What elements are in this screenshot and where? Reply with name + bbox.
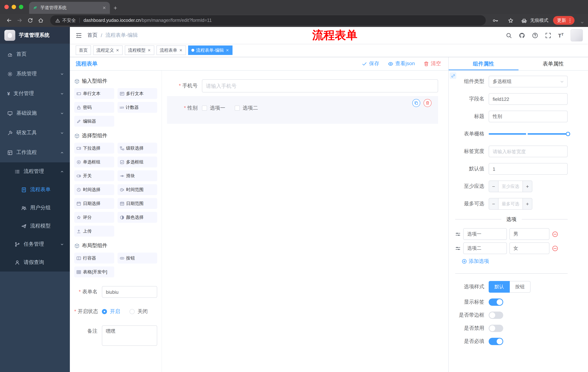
palette-chip[interactable]: 表格[开发中] [74, 266, 114, 277]
increase-button[interactable]: + [523, 181, 532, 192]
max-select-input[interactable] [498, 198, 523, 209]
palette-chip[interactable]: 时间范围 [117, 184, 157, 195]
component-type-select[interactable]: 多选框组 [489, 76, 568, 87]
option-label-input[interactable] [463, 242, 507, 254]
close-window-button[interactable] [4, 5, 9, 9]
palette-chip[interactable]: 密码 [74, 102, 114, 113]
palette-chip[interactable]: 多选框组 [117, 157, 157, 167]
delete-item-button[interactable] [423, 99, 431, 107]
browser-update-button[interactable]: 更新 [553, 16, 575, 25]
chevron-down-icon[interactable] [580, 20, 584, 25]
remove-option-button[interactable] [552, 245, 558, 251]
label-width-input[interactable] [489, 146, 568, 157]
decrease-button[interactable]: − [489, 181, 498, 192]
user-avatar[interactable] [570, 29, 583, 42]
status-off-radio[interactable]: 关闭 [129, 308, 148, 315]
palette-chip[interactable]: 级联选择 [117, 143, 157, 154]
reload-button[interactable] [25, 15, 35, 26]
palette-chip[interactable]: 单行文本 [74, 88, 114, 99]
close-icon[interactable] [116, 48, 119, 52]
option-value-input[interactable] [509, 242, 549, 254]
option-style-button-button[interactable]: 按钮 [510, 281, 531, 293]
min-select-input[interactable] [498, 181, 523, 192]
required-switch[interactable] [489, 338, 503, 345]
sidebar-logo[interactable]: 芋道管理系统 [0, 27, 70, 44]
drag-handle-icon[interactable] [455, 245, 461, 251]
sidebar-item-task-manage[interactable]: 任务管理 [0, 235, 70, 253]
search-icon[interactable] [505, 32, 512, 38]
option-label-input[interactable] [463, 228, 507, 240]
security-label[interactable]: 不安全 [62, 17, 76, 23]
font-size-icon[interactable]: TT [558, 32, 564, 38]
slider-handle[interactable] [566, 132, 570, 136]
address-bar[interactable]: 不安全 dashboard.yudao.iocoder.cn /bpm/mana… [50, 15, 486, 25]
minimize-window-button[interactable] [12, 5, 16, 9]
form-name-input[interactable] [102, 286, 157, 298]
sidebar-item-workflow[interactable]: 工作流程 [0, 143, 70, 162]
palette-chip[interactable]: 多行文本 [117, 88, 157, 99]
disabled-switch[interactable] [489, 325, 503, 332]
breadcrumb-home[interactable]: 首页 [87, 32, 97, 39]
sidebar-item-leave-query[interactable]: 请假查询 [0, 253, 70, 272]
palette-chip[interactable]: 按钮 [117, 253, 157, 264]
phone-field-input[interactable] [202, 79, 438, 93]
form-grid-slider[interactable] [489, 128, 568, 140]
copy-item-button[interactable] [412, 99, 420, 107]
close-tab-icon[interactable] [101, 5, 107, 11]
browser-tab[interactable]: 芋道管理系统 [29, 2, 110, 14]
password-key-icon[interactable] [490, 15, 501, 26]
sidebar-item-home[interactable]: 首页 [0, 44, 70, 64]
palette-chip[interactable]: 滑块 [117, 170, 157, 181]
palette-chip[interactable]: 日期范围 [117, 198, 157, 209]
fullscreen-icon[interactable] [545, 32, 551, 38]
close-icon[interactable] [179, 48, 183, 52]
form-remark-textarea[interactable]: 嘿嘿 [102, 325, 157, 346]
palette-chip[interactable]: 评分 [74, 212, 114, 223]
sidebar-item-system[interactable]: 系统管理 [0, 64, 70, 84]
tag-process-form[interactable]: 流程表单 [157, 45, 186, 55]
sidebar-collapse-button[interactable] [70, 27, 87, 44]
sidebar-item-process-model[interactable]: 流程模型 [0, 217, 70, 235]
palette-chip[interactable]: 日期选择 [74, 198, 114, 209]
default-value-input[interactable] [489, 163, 568, 175]
option-value-input[interactable] [509, 228, 549, 240]
palette-chip[interactable]: 上传 [74, 226, 114, 237]
remove-option-button[interactable] [552, 231, 558, 237]
add-option-button[interactable]: 添加选项 [462, 258, 489, 265]
sidebar-item-user-group[interactable]: 用户分组 [0, 199, 70, 217]
gender-field-item-selected[interactable]: 性别 选项一 选项二 [167, 96, 438, 124]
palette-chip[interactable]: 123 计数器 [117, 102, 157, 113]
palette-chip[interactable]: 开关 [74, 170, 114, 181]
palette-chip[interactable]: 编辑器 [74, 116, 114, 127]
link-icon-button[interactable] [450, 73, 456, 79]
close-icon[interactable] [226, 48, 229, 52]
new-tab-button[interactable] [110, 2, 121, 14]
browser-home-button[interactable] [35, 15, 46, 26]
palette-chip[interactable]: 单选框组 [74, 157, 114, 167]
status-on-radio[interactable]: 开启 [102, 308, 120, 315]
title-input[interactable] [489, 111, 568, 122]
clear-button[interactable]: 清空 [423, 60, 441, 67]
sidebar-item-infrastructure[interactable]: 基础设施 [0, 103, 70, 123]
form-canvas[interactable]: 手机号 性别 选项一 [162, 71, 448, 372]
sidebar-item-process-manage[interactable]: 流程管理 [0, 162, 70, 181]
show-label-switch[interactable] [489, 298, 503, 306]
maximize-window-button[interactable] [19, 5, 23, 9]
sidebar-item-process-form[interactable]: 流程表单 [0, 181, 70, 199]
save-button[interactable]: 保存 [362, 60, 379, 67]
tag-process-definition[interactable]: 流程定义 [93, 45, 123, 55]
drag-handle-icon[interactable] [455, 231, 461, 237]
gender-option-1-checkbox[interactable]: 选项一 [202, 105, 225, 111]
decrease-button[interactable]: − [489, 198, 498, 209]
back-button[interactable] [4, 15, 14, 26]
bookmark-star-icon[interactable] [505, 15, 516, 26]
palette-chip[interactable]: 颜色选择 [117, 212, 157, 223]
view-json-button[interactable]: 查看json [388, 60, 415, 67]
forward-button[interactable] [14, 15, 25, 26]
tag-process-model[interactable]: 流程模型 [125, 45, 154, 55]
palette-chip[interactable]: 下拉选择 [74, 143, 114, 154]
github-icon[interactable] [519, 32, 525, 38]
gender-option-2-checkbox[interactable]: 选项二 [235, 105, 258, 111]
tab-form-props[interactable]: 表单属性 [518, 57, 588, 70]
field-name-input[interactable] [489, 93, 568, 105]
